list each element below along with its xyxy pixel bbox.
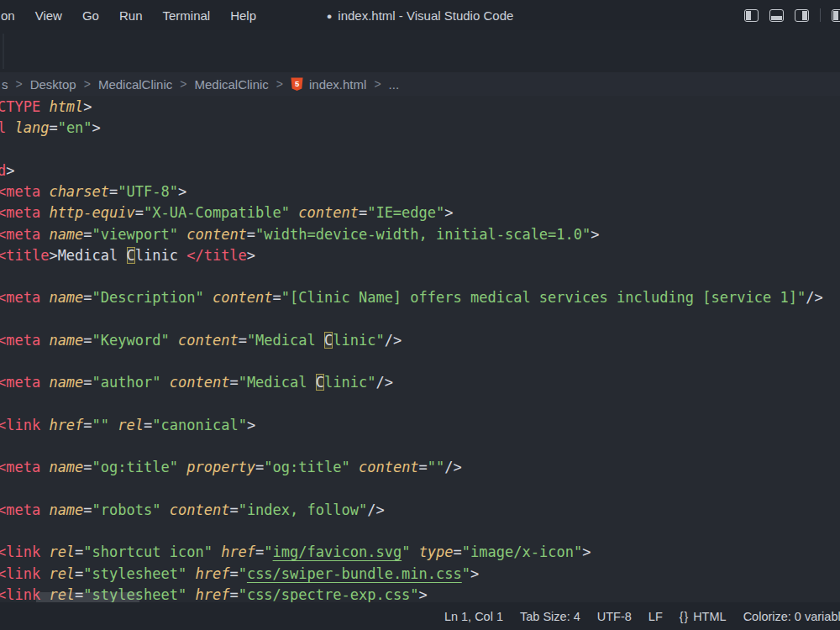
code-token: "" bbox=[428, 459, 444, 475]
code-line[interactable]: <meta name="Keyword" content="Medical Cl… bbox=[0, 330, 823, 351]
code-token: content bbox=[186, 226, 247, 243]
status-item-indentation[interactable]: Tab Size: 4 bbox=[512, 610, 589, 623]
code-token: linic" bbox=[333, 332, 384, 349]
code-line[interactable]: <title>Medical Clinic </title> bbox=[0, 245, 823, 266]
code-line[interactable] bbox=[0, 139, 823, 160]
window-layout-controls bbox=[744, 0, 840, 30]
code-token: = bbox=[239, 332, 247, 349]
code-token: > bbox=[419, 586, 428, 602]
code-token bbox=[410, 543, 418, 560]
code-line[interactable]: <meta name="robots" content="index, foll… bbox=[0, 500, 823, 521]
code-token: > bbox=[83, 98, 92, 115]
code-token: > bbox=[470, 565, 479, 582]
code-token: content bbox=[178, 332, 239, 349]
code-token: > bbox=[591, 226, 599, 243]
code-line[interactable]: <meta name="og:title" property="og:title… bbox=[0, 457, 823, 478]
code-line[interactable] bbox=[0, 479, 823, 500]
unicode-highlight: C bbox=[316, 374, 324, 391]
code-token: > bbox=[49, 247, 57, 264]
code-token: "robots" bbox=[92, 501, 161, 518]
controls-separator bbox=[820, 8, 821, 22]
code-token: type bbox=[419, 543, 454, 560]
link-token: css/spectre-exp.css bbox=[247, 586, 410, 602]
status-label: UTF-8 bbox=[597, 610, 632, 623]
menu-item-on[interactable]: on bbox=[1, 8, 15, 23]
menu-item-go[interactable]: Go bbox=[82, 8, 99, 23]
code-token bbox=[290, 204, 298, 221]
code-token: /> bbox=[375, 374, 392, 391]
code-line[interactable]: <meta http-equiv="X-UA-Compatible" conte… bbox=[0, 202, 823, 223]
code-token: "author" bbox=[92, 374, 161, 391]
code-line[interactable] bbox=[0, 394, 823, 415]
code-line[interactable]: <meta charset="UTF-8"> bbox=[0, 181, 823, 202]
unsaved-indicator-icon: ● bbox=[327, 11, 333, 21]
code-token: "X-UA-Compatible" bbox=[144, 204, 290, 221]
code-line[interactable]: <!DOCTYPE html> bbox=[0, 97, 823, 118]
code-token: = bbox=[83, 226, 92, 243]
breadcrumb-item-medicalclinic[interactable]: MedicalClinic bbox=[194, 77, 268, 92]
code-token: <title bbox=[0, 247, 49, 264]
unicode-highlight: C bbox=[127, 247, 135, 264]
toggle-panel-icon[interactable] bbox=[769, 9, 784, 22]
code-token bbox=[186, 565, 195, 582]
horizontal-scrollbar[interactable] bbox=[36, 592, 139, 602]
svg-text:5: 5 bbox=[295, 80, 299, 88]
toggle-panel-fill bbox=[771, 16, 782, 20]
code-line[interactable] bbox=[0, 351, 823, 372]
code-token: "" bbox=[92, 417, 109, 433]
breadcrumb-item-indexhtml[interactable]: 5index.html bbox=[291, 77, 366, 92]
code-line[interactable] bbox=[0, 266, 823, 287]
code-token: = bbox=[75, 565, 83, 582]
code-token: > bbox=[92, 119, 101, 136]
breadcrumb-item-[interactable]: ... bbox=[389, 77, 400, 92]
code-line[interactable] bbox=[0, 436, 823, 457]
code-token: = bbox=[255, 459, 264, 475]
breadcrumb-item-medicalclinic[interactable]: MedicalClinic bbox=[98, 77, 172, 92]
code-editor[interactable]: <!DOCTYPE html><html lang="en"> <head> <… bbox=[0, 96, 840, 602]
toggle-secondary-sidebar-icon[interactable] bbox=[795, 9, 809, 22]
code-line[interactable] bbox=[0, 309, 823, 330]
html5-icon: 5 bbox=[291, 77, 303, 92]
code-token: = bbox=[144, 417, 152, 433]
code-line[interactable]: <html lang="en"> bbox=[0, 118, 823, 139]
code-token: "index, follow" bbox=[239, 501, 368, 518]
toggle-primary-sidebar-icon[interactable] bbox=[744, 9, 759, 22]
code-token: <link bbox=[0, 565, 40, 582]
link-token: img/favicon.svg bbox=[273, 543, 402, 560]
code-token: lang bbox=[14, 119, 49, 136]
code-token: name bbox=[49, 226, 83, 243]
breadcrumb-item-desktop[interactable]: Desktop bbox=[30, 77, 76, 92]
code-line[interactable]: <meta name="author" content="Medical Cli… bbox=[0, 372, 823, 393]
code-token: > bbox=[444, 204, 453, 221]
code-token bbox=[40, 374, 49, 391]
code-token: "stylesheet" bbox=[83, 565, 186, 582]
code-line[interactable]: <meta name="viewport" content="width=dev… bbox=[0, 224, 823, 245]
code-line[interactable]: <head> bbox=[0, 160, 823, 181]
status-item-end-of-line[interactable]: LF bbox=[640, 610, 671, 623]
status-item-language-mode[interactable]: {}HTML bbox=[671, 610, 735, 623]
code-token bbox=[160, 374, 169, 391]
code-token: " bbox=[402, 543, 410, 560]
code-line[interactable]: <link rel="stylesheet" href="css/swiper-… bbox=[0, 564, 823, 585]
status-item-encoding[interactable]: UTF-8 bbox=[589, 610, 640, 623]
menu-item-view[interactable]: View bbox=[35, 8, 62, 23]
code-line[interactable]: <meta name="Description" content="[Clini… bbox=[0, 287, 823, 308]
menu-item-help[interactable]: Help bbox=[230, 8, 256, 23]
code-token: Medical bbox=[58, 247, 127, 264]
code-token: linic bbox=[135, 247, 186, 264]
code-line[interactable]: <link href="" rel="canonical"> bbox=[0, 415, 823, 436]
code-token bbox=[186, 586, 195, 602]
breadcrumb-separator: > bbox=[16, 77, 23, 91]
breadcrumb-item-s[interactable]: s bbox=[2, 77, 8, 92]
menu-item-run[interactable]: Run bbox=[119, 8, 143, 23]
code-token: /> bbox=[385, 332, 402, 349]
code-token: content bbox=[170, 501, 230, 518]
code-line[interactable] bbox=[0, 521, 823, 542]
code-token bbox=[40, 226, 49, 243]
status-item-cursor-position[interactable]: Ln 1, Col 1 bbox=[436, 610, 512, 623]
code-token: <meta bbox=[0, 289, 40, 306]
code-line[interactable]: <link rel="shortcut icon" href="img/favi… bbox=[0, 542, 823, 563]
status-item-colorize[interactable]: Colorize: 0 variables bbox=[735, 610, 840, 623]
menu-item-terminal[interactable]: Terminal bbox=[162, 8, 210, 23]
customize-layout-icon[interactable] bbox=[832, 9, 840, 22]
